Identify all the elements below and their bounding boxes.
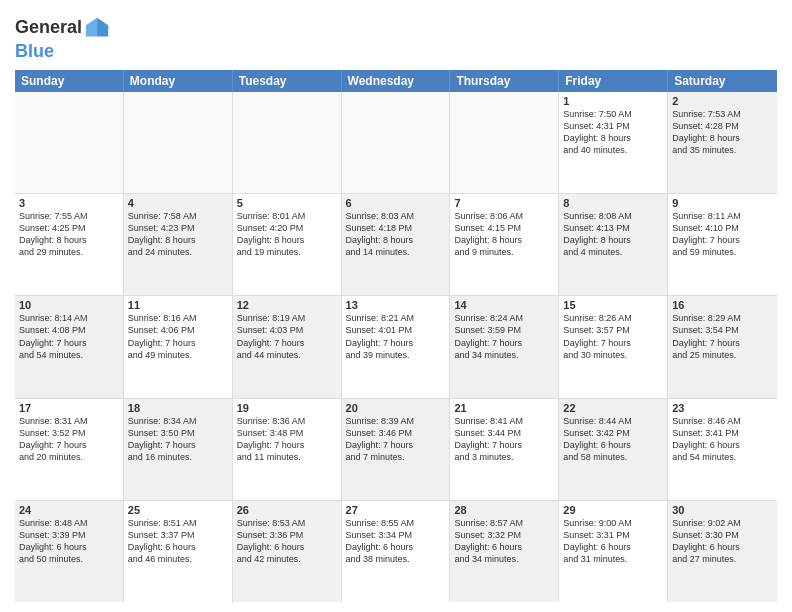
cal-cell-3-2: 19Sunrise: 8:36 AM Sunset: 3:48 PM Dayli… bbox=[233, 399, 342, 500]
logo-icon bbox=[84, 14, 112, 42]
cell-info: Sunrise: 8:44 AM Sunset: 3:42 PM Dayligh… bbox=[563, 415, 663, 464]
cell-info: Sunrise: 8:21 AM Sunset: 4:01 PM Dayligh… bbox=[346, 312, 446, 361]
cell-info: Sunrise: 8:16 AM Sunset: 4:06 PM Dayligh… bbox=[128, 312, 228, 361]
day-number: 25 bbox=[128, 504, 228, 516]
calendar: SundayMondayTuesdayWednesdayThursdayFrid… bbox=[15, 70, 777, 602]
cal-cell-0-1 bbox=[124, 92, 233, 193]
cal-cell-2-2: 12Sunrise: 8:19 AM Sunset: 4:03 PM Dayli… bbox=[233, 296, 342, 397]
day-number: 21 bbox=[454, 402, 554, 414]
cell-info: Sunrise: 8:57 AM Sunset: 3:32 PM Dayligh… bbox=[454, 517, 554, 566]
cell-info: Sunrise: 8:06 AM Sunset: 4:15 PM Dayligh… bbox=[454, 210, 554, 259]
cell-info: Sunrise: 8:51 AM Sunset: 3:37 PM Dayligh… bbox=[128, 517, 228, 566]
day-number: 29 bbox=[563, 504, 663, 516]
cal-cell-2-6: 16Sunrise: 8:29 AM Sunset: 3:54 PM Dayli… bbox=[668, 296, 777, 397]
svg-marker-0 bbox=[97, 18, 108, 37]
cell-info: Sunrise: 8:03 AM Sunset: 4:18 PM Dayligh… bbox=[346, 210, 446, 259]
day-number: 15 bbox=[563, 299, 663, 311]
day-number: 17 bbox=[19, 402, 119, 414]
logo-text2: Blue bbox=[15, 42, 112, 62]
header-day-monday: Monday bbox=[124, 70, 233, 92]
day-number: 5 bbox=[237, 197, 337, 209]
cell-info: Sunrise: 8:53 AM Sunset: 3:36 PM Dayligh… bbox=[237, 517, 337, 566]
day-number: 16 bbox=[672, 299, 773, 311]
cal-cell-1-4: 7Sunrise: 8:06 AM Sunset: 4:15 PM Daylig… bbox=[450, 194, 559, 295]
day-number: 30 bbox=[672, 504, 773, 516]
day-number: 20 bbox=[346, 402, 446, 414]
day-number: 12 bbox=[237, 299, 337, 311]
calendar-row-2: 10Sunrise: 8:14 AM Sunset: 4:08 PM Dayli… bbox=[15, 296, 777, 398]
cal-cell-2-0: 10Sunrise: 8:14 AM Sunset: 4:08 PM Dayli… bbox=[15, 296, 124, 397]
cal-cell-2-3: 13Sunrise: 8:21 AM Sunset: 4:01 PM Dayli… bbox=[342, 296, 451, 397]
day-number: 4 bbox=[128, 197, 228, 209]
cal-cell-4-5: 29Sunrise: 9:00 AM Sunset: 3:31 PM Dayli… bbox=[559, 501, 668, 602]
cell-info: Sunrise: 8:11 AM Sunset: 4:10 PM Dayligh… bbox=[672, 210, 773, 259]
cal-cell-1-6: 9Sunrise: 8:11 AM Sunset: 4:10 PM Daylig… bbox=[668, 194, 777, 295]
cal-cell-3-5: 22Sunrise: 8:44 AM Sunset: 3:42 PM Dayli… bbox=[559, 399, 668, 500]
cell-info: Sunrise: 7:50 AM Sunset: 4:31 PM Dayligh… bbox=[563, 108, 663, 157]
day-number: 18 bbox=[128, 402, 228, 414]
cal-cell-2-1: 11Sunrise: 8:16 AM Sunset: 4:06 PM Dayli… bbox=[124, 296, 233, 397]
logo: General Blue bbox=[15, 14, 112, 62]
calendar-body: 1Sunrise: 7:50 AM Sunset: 4:31 PM Daylig… bbox=[15, 92, 777, 602]
cal-cell-1-0: 3Sunrise: 7:55 AM Sunset: 4:25 PM Daylig… bbox=[15, 194, 124, 295]
day-number: 13 bbox=[346, 299, 446, 311]
cell-info: Sunrise: 8:08 AM Sunset: 4:13 PM Dayligh… bbox=[563, 210, 663, 259]
cell-info: Sunrise: 8:01 AM Sunset: 4:20 PM Dayligh… bbox=[237, 210, 337, 259]
cell-info: Sunrise: 9:00 AM Sunset: 3:31 PM Dayligh… bbox=[563, 517, 663, 566]
cell-info: Sunrise: 8:39 AM Sunset: 3:46 PM Dayligh… bbox=[346, 415, 446, 464]
cell-info: Sunrise: 8:34 AM Sunset: 3:50 PM Dayligh… bbox=[128, 415, 228, 464]
header: General Blue bbox=[15, 10, 777, 62]
cell-info: Sunrise: 7:53 AM Sunset: 4:28 PM Dayligh… bbox=[672, 108, 773, 157]
calendar-row-3: 17Sunrise: 8:31 AM Sunset: 3:52 PM Dayli… bbox=[15, 399, 777, 501]
day-number: 26 bbox=[237, 504, 337, 516]
cal-cell-4-3: 27Sunrise: 8:55 AM Sunset: 3:34 PM Dayli… bbox=[342, 501, 451, 602]
cal-cell-3-1: 18Sunrise: 8:34 AM Sunset: 3:50 PM Dayli… bbox=[124, 399, 233, 500]
cal-cell-2-5: 15Sunrise: 8:26 AM Sunset: 3:57 PM Dayli… bbox=[559, 296, 668, 397]
cal-cell-0-0 bbox=[15, 92, 124, 193]
cal-cell-3-0: 17Sunrise: 8:31 AM Sunset: 3:52 PM Dayli… bbox=[15, 399, 124, 500]
cal-cell-0-5: 1Sunrise: 7:50 AM Sunset: 4:31 PM Daylig… bbox=[559, 92, 668, 193]
calendar-row-1: 3Sunrise: 7:55 AM Sunset: 4:25 PM Daylig… bbox=[15, 194, 777, 296]
calendar-row-0: 1Sunrise: 7:50 AM Sunset: 4:31 PM Daylig… bbox=[15, 92, 777, 194]
cell-info: Sunrise: 8:46 AM Sunset: 3:41 PM Dayligh… bbox=[672, 415, 773, 464]
logo-text: General bbox=[15, 18, 82, 38]
day-number: 19 bbox=[237, 402, 337, 414]
cal-cell-1-1: 4Sunrise: 7:58 AM Sunset: 4:23 PM Daylig… bbox=[124, 194, 233, 295]
svg-marker-1 bbox=[86, 18, 97, 37]
cell-info: Sunrise: 8:19 AM Sunset: 4:03 PM Dayligh… bbox=[237, 312, 337, 361]
cell-info: Sunrise: 8:29 AM Sunset: 3:54 PM Dayligh… bbox=[672, 312, 773, 361]
day-number: 28 bbox=[454, 504, 554, 516]
cell-info: Sunrise: 8:24 AM Sunset: 3:59 PM Dayligh… bbox=[454, 312, 554, 361]
header-day-thursday: Thursday bbox=[450, 70, 559, 92]
page: General Blue SundayMondayTuesdayWednesda… bbox=[0, 0, 792, 612]
day-number: 1 bbox=[563, 95, 663, 107]
calendar-header: SundayMondayTuesdayWednesdayThursdayFrid… bbox=[15, 70, 777, 92]
cell-info: Sunrise: 8:14 AM Sunset: 4:08 PM Dayligh… bbox=[19, 312, 119, 361]
day-number: 22 bbox=[563, 402, 663, 414]
cal-cell-0-6: 2Sunrise: 7:53 AM Sunset: 4:28 PM Daylig… bbox=[668, 92, 777, 193]
day-number: 10 bbox=[19, 299, 119, 311]
day-number: 8 bbox=[563, 197, 663, 209]
calendar-row-4: 24Sunrise: 8:48 AM Sunset: 3:39 PM Dayli… bbox=[15, 501, 777, 602]
cell-info: Sunrise: 8:55 AM Sunset: 3:34 PM Dayligh… bbox=[346, 517, 446, 566]
day-number: 2 bbox=[672, 95, 773, 107]
day-number: 27 bbox=[346, 504, 446, 516]
cell-info: Sunrise: 9:02 AM Sunset: 3:30 PM Dayligh… bbox=[672, 517, 773, 566]
cal-cell-1-5: 8Sunrise: 8:08 AM Sunset: 4:13 PM Daylig… bbox=[559, 194, 668, 295]
cal-cell-3-4: 21Sunrise: 8:41 AM Sunset: 3:44 PM Dayli… bbox=[450, 399, 559, 500]
day-number: 23 bbox=[672, 402, 773, 414]
cal-cell-1-2: 5Sunrise: 8:01 AM Sunset: 4:20 PM Daylig… bbox=[233, 194, 342, 295]
cal-cell-4-6: 30Sunrise: 9:02 AM Sunset: 3:30 PM Dayli… bbox=[668, 501, 777, 602]
cal-cell-4-1: 25Sunrise: 8:51 AM Sunset: 3:37 PM Dayli… bbox=[124, 501, 233, 602]
header-day-sunday: Sunday bbox=[15, 70, 124, 92]
cal-cell-0-2 bbox=[233, 92, 342, 193]
day-number: 24 bbox=[19, 504, 119, 516]
cal-cell-0-4 bbox=[450, 92, 559, 193]
cell-info: Sunrise: 8:26 AM Sunset: 3:57 PM Dayligh… bbox=[563, 312, 663, 361]
cal-cell-4-2: 26Sunrise: 8:53 AM Sunset: 3:36 PM Dayli… bbox=[233, 501, 342, 602]
day-number: 9 bbox=[672, 197, 773, 209]
day-number: 6 bbox=[346, 197, 446, 209]
cell-info: Sunrise: 8:41 AM Sunset: 3:44 PM Dayligh… bbox=[454, 415, 554, 464]
cell-info: Sunrise: 7:55 AM Sunset: 4:25 PM Dayligh… bbox=[19, 210, 119, 259]
cal-cell-4-4: 28Sunrise: 8:57 AM Sunset: 3:32 PM Dayli… bbox=[450, 501, 559, 602]
